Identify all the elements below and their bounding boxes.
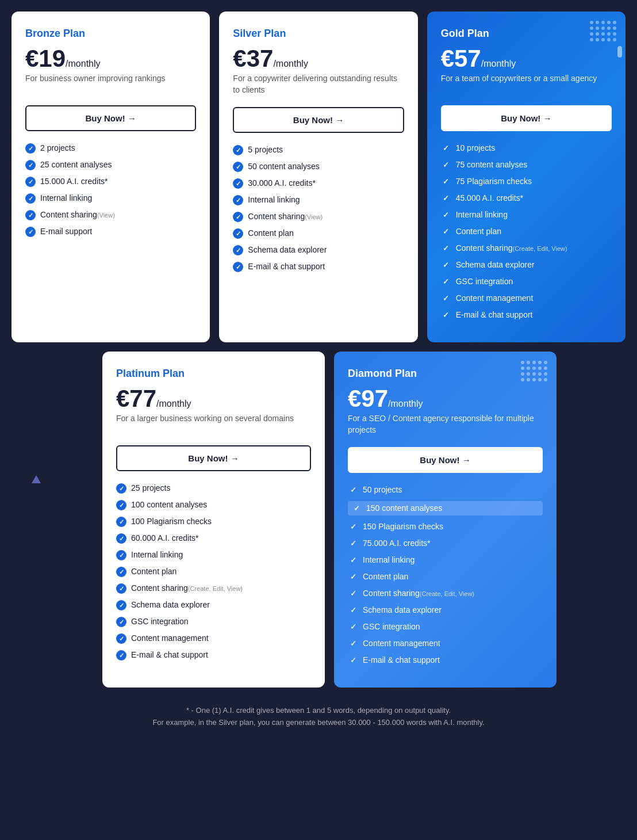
- diamond-buy-button[interactable]: Buy Now! →: [348, 447, 543, 473]
- list-item: Internal linking: [25, 193, 196, 204]
- list-item: 50 projects: [348, 484, 543, 495]
- gold-plan-price: €57/monthly: [441, 47, 612, 71]
- platinum-plan-name: Platinum Plan: [116, 368, 311, 380]
- silver-plan-card: Silver Plan €37/monthly For a copywriter…: [219, 12, 417, 342]
- check-icon: [116, 633, 126, 644]
- check-icon: [351, 503, 362, 514]
- check-icon: [441, 310, 451, 320]
- check-icon: [233, 228, 243, 239]
- check-icon: [348, 522, 358, 532]
- list-item: Content plan: [116, 566, 311, 577]
- list-item: GSC integration: [348, 621, 543, 632]
- list-item: 30.000 A.I. credits*: [233, 178, 404, 189]
- check-icon: [25, 193, 36, 204]
- check-icon: [233, 262, 243, 272]
- check-icon: [233, 162, 243, 172]
- list-item: Content plan: [233, 228, 404, 239]
- list-item: E-mail & chat support: [116, 650, 311, 660]
- check-icon: [348, 555, 358, 566]
- scroll-indicator: [32, 475, 41, 483]
- bottom-plans-grid: Platinum Plan €77/monthly For a larger b…: [102, 352, 557, 688]
- check-icon: [233, 145, 243, 155]
- list-item: GSC integration: [441, 276, 612, 287]
- bronze-buy-button[interactable]: Buy Now! →: [25, 105, 196, 131]
- check-icon: [441, 210, 451, 220]
- check-icon: [25, 227, 36, 237]
- platinum-plan-price: €77/monthly: [116, 387, 311, 411]
- check-icon: [348, 655, 358, 666]
- diamond-feature-list: 50 projects 150 content analyses 150 Pla…: [348, 484, 543, 666]
- list-item: Internal linking: [116, 549, 311, 560]
- list-item: 2 projects: [25, 143, 196, 154]
- check-icon: [116, 650, 126, 660]
- check-icon: [233, 178, 243, 189]
- list-item: Schema data explorer: [233, 245, 404, 255]
- list-item: 5 projects: [233, 144, 404, 155]
- list-item: 15.000 A.I. credits*: [25, 176, 196, 187]
- list-item: Content management: [348, 638, 543, 649]
- bronze-plan-price: €19/monthly: [25, 47, 196, 71]
- list-item: 150 content analyses: [348, 501, 543, 516]
- check-icon: [348, 639, 358, 649]
- check-icon: [116, 600, 126, 610]
- check-icon: [441, 177, 451, 187]
- list-item: E-mail & chat support: [441, 310, 612, 320]
- list-item: Content sharing(Create, Edit, View): [441, 243, 612, 254]
- check-icon: [441, 227, 451, 237]
- scrollbar[interactable]: [617, 46, 622, 58]
- check-icon: [348, 539, 358, 549]
- list-item: Schema data explorer: [116, 600, 311, 610]
- check-icon: [233, 245, 243, 255]
- check-icon: [116, 483, 126, 494]
- check-icon: [348, 572, 358, 582]
- list-item: 75.000 A.I. credits*: [348, 538, 543, 549]
- list-item: GSC integration: [116, 616, 311, 627]
- list-item: Content sharing(View): [233, 211, 404, 222]
- check-icon: [348, 485, 358, 495]
- check-icon: [25, 210, 36, 220]
- list-item: Content sharing(View): [25, 209, 196, 220]
- check-icon: [441, 277, 451, 287]
- check-icon: [25, 177, 36, 187]
- list-item: 75 content analyses: [441, 159, 612, 170]
- footer-note: * - One (1) A.I. credit gives between 1 …: [11, 705, 626, 729]
- check-icon: [116, 500, 126, 510]
- silver-buy-button[interactable]: Buy Now! →: [233, 107, 404, 133]
- check-icon: [25, 160, 36, 170]
- check-icon: [348, 622, 358, 632]
- list-item: 25 projects: [116, 483, 311, 494]
- platinum-plan-card: Platinum Plan €77/monthly For a larger b…: [102, 352, 325, 688]
- list-item: 25 content analyses: [25, 159, 196, 170]
- dots-decoration: [521, 361, 547, 381]
- check-icon: [116, 583, 126, 594]
- diamond-plan-description: For a SEO / Content agency responsible f…: [348, 413, 543, 436]
- list-item: 150 Plagiarism checks: [348, 521, 543, 532]
- check-icon: [116, 567, 126, 577]
- list-item: Content plan: [441, 226, 612, 237]
- list-item: Content sharing(Create, Edit, View): [116, 583, 311, 594]
- list-item: 50 content analyses: [233, 161, 404, 172]
- check-icon: [116, 533, 126, 544]
- diamond-plan-name: Diamond Plan: [348, 368, 543, 380]
- platinum-feature-list: 25 projects 100 content analyses 100 Pla…: [116, 483, 311, 660]
- check-icon: [25, 143, 36, 154]
- list-item: Schema data explorer: [348, 605, 543, 616]
- check-icon: [441, 143, 451, 154]
- list-item: 60.000 A.I. credits*: [116, 533, 311, 544]
- list-item: E-mail & chat support: [233, 261, 404, 272]
- check-icon: [348, 605, 358, 616]
- list-item: 45.000 A.I. credits*: [441, 193, 612, 204]
- silver-feature-list: 5 projects 50 content analyses 30.000 A.…: [233, 144, 404, 272]
- list-item: Internal linking: [233, 194, 404, 205]
- diamond-plan-card: Diamond Plan €97/monthly For a SEO / Con…: [334, 352, 557, 688]
- check-icon: [441, 160, 451, 170]
- list-item: 10 projects: [441, 143, 612, 154]
- check-icon: [116, 617, 126, 627]
- gold-buy-button[interactable]: Buy Now! →: [441, 105, 612, 131]
- list-item: Content sharing(Create, Edit, View): [348, 588, 543, 599]
- platinum-buy-button[interactable]: Buy Now! →: [116, 445, 311, 471]
- list-item: Content management: [116, 633, 311, 644]
- list-item: Content plan: [348, 571, 543, 582]
- check-icon: [441, 260, 451, 270]
- bronze-feature-list: 2 projects 25 content analyses 15.000 A.…: [25, 143, 196, 237]
